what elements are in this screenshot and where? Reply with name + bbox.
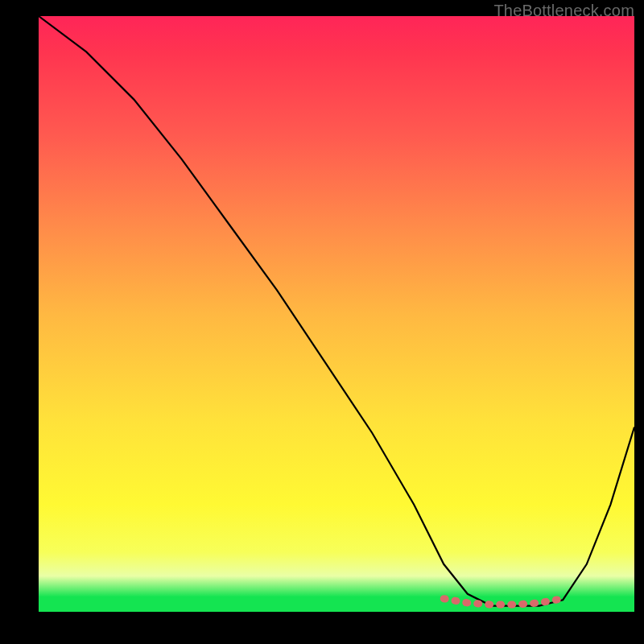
heat-gradient: [39, 16, 634, 612]
plot-area: [39, 16, 634, 612]
chart-canvas: TheBottleneck.com: [0, 0, 644, 644]
watermark-text: TheBottleneck.com: [493, 2, 634, 20]
